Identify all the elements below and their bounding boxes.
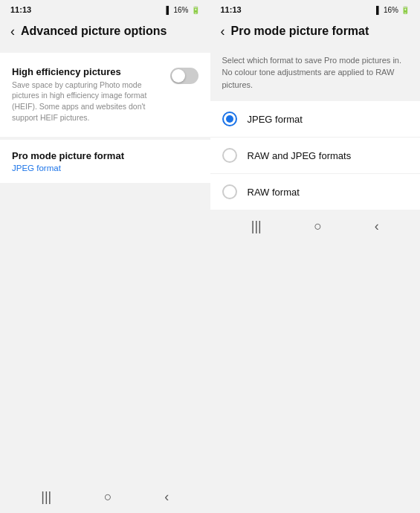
page-title-right: Pro mode picture format	[231, 24, 369, 39]
nav-bar-left: ||| ○ ‹	[0, 480, 210, 513]
status-bar-right: 11:13 ▌ 16% 🔋	[210, 0, 421, 18]
screen-pro-mode-format: 11:13 ▌ 16% 🔋 ‹ Pro mode picture format …	[210, 0, 421, 513]
pro-mode-title: Pro mode picture format	[12, 150, 198, 161]
radio-raw[interactable]	[222, 184, 237, 199]
page-title-left: Advanced picture options	[21, 24, 167, 39]
high-efficiency-text: High efficiency pictures Save space by c…	[12, 66, 170, 123]
page-header-right: ‹ Pro mode picture format	[210, 18, 421, 47]
status-icons-left: ▌ 16% 🔋	[166, 6, 199, 14]
time-left: 11:13	[10, 5, 31, 14]
home-icon-right[interactable]: ○	[314, 219, 322, 234]
back-button-left[interactable]: ‹	[10, 25, 15, 38]
battery-percent-right: 16%	[384, 6, 398, 14]
status-bar-left: 11:13 ▌ 16% 🔋	[0, 0, 210, 18]
back-button-right[interactable]: ‹	[221, 25, 225, 38]
battery-icon-right: 🔋	[401, 6, 410, 14]
back-nav-icon-left[interactable]: ‹	[164, 489, 169, 505]
menu-icon-right[interactable]: |||	[251, 219, 262, 234]
screen-advanced-options: 11:13 ▌ 16% 🔋 ‹ Advanced picture options…	[0, 0, 210, 513]
menu-icon-left[interactable]: |||	[41, 489, 51, 505]
page-header-left: ‹ Advanced picture options	[0, 18, 210, 47]
radio-jpeg[interactable]	[222, 112, 237, 126]
battery-icon: 🔋	[191, 6, 200, 14]
nav-bar-right: ||| ○ ‹	[210, 210, 421, 242]
high-efficiency-title: High efficiency pictures	[12, 66, 161, 77]
option-jpeg[interactable]: JPEG format	[210, 101, 421, 138]
toggle-knob	[172, 69, 185, 83]
home-icon-left[interactable]: ○	[104, 489, 112, 505]
radio-label-raw: RAW format	[248, 187, 300, 198]
radio-raw-jpeg[interactable]	[222, 148, 237, 163]
high-efficiency-desc: Save space by capturing Photo mode pictu…	[12, 80, 161, 123]
option-raw-jpeg[interactable]: RAW and JPEG formats	[210, 138, 421, 174]
signal-icon: ▌	[166, 6, 171, 14]
signal-icon-right: ▌	[376, 6, 381, 14]
radio-label-raw-jpeg: RAW and JPEG formats	[248, 150, 352, 161]
time-right: 11:13	[221, 5, 242, 14]
back-nav-icon-right[interactable]: ‹	[375, 219, 379, 234]
radio-label-jpeg: JPEG format	[248, 114, 303, 125]
high-efficiency-setting: High efficiency pictures Save space by c…	[12, 63, 198, 126]
battery-percent: 16%	[173, 6, 188, 14]
high-efficiency-toggle[interactable]	[170, 68, 198, 84]
settings-content: High efficiency pictures Save space by c…	[0, 47, 210, 480]
high-efficiency-card: High efficiency pictures Save space by c…	[0, 53, 210, 137]
status-icons-right: ▌ 16% 🔋	[376, 6, 410, 14]
pro-mode-item[interactable]: Pro mode picture format JPEG format	[0, 140, 210, 183]
pro-mode-value: JPEG format	[12, 164, 198, 172]
format-description: Select which format to save Pro mode pic…	[210, 47, 421, 102]
option-raw[interactable]: RAW format	[210, 174, 421, 210]
format-options-list: JPEG format RAW and JPEG formats RAW for…	[210, 101, 421, 210]
